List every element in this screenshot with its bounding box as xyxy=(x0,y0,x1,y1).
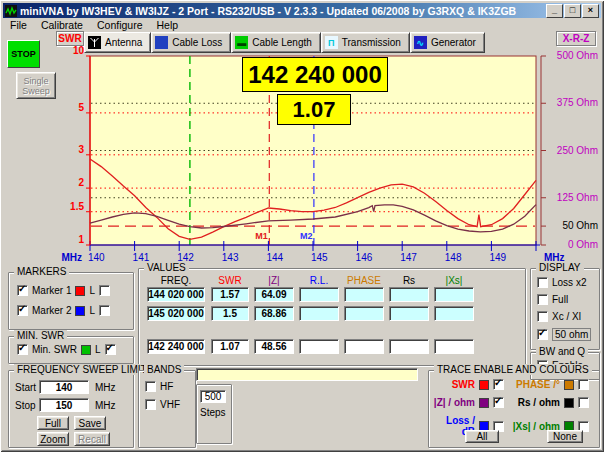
app-icon xyxy=(5,5,17,17)
col-phase: PHASE xyxy=(344,275,384,285)
svg-text:1: 1 xyxy=(78,234,84,245)
svg-text:140: 140 xyxy=(88,252,105,263)
svg-text:50 Ohm: 50 Ohm xyxy=(562,220,598,231)
svg-text:250 Ohm: 250 Ohm xyxy=(557,145,598,156)
marker2-checkbox[interactable] xyxy=(17,305,28,316)
phase-trace-swatch[interactable] xyxy=(564,380,574,390)
cursor-values-row: 142 240 000 1.07 48.56 xyxy=(139,339,525,354)
start-frequency-input[interactable]: 140 xyxy=(39,380,89,394)
start-label: Start xyxy=(15,382,36,393)
svg-text:125 Ohm: 125 Ohm xyxy=(557,192,598,203)
marker1-l-checkbox[interactable] xyxy=(99,285,110,296)
svg-text:2: 2 xyxy=(78,177,84,188)
trace-panel-title: TRACE ENABLE AND COLOURS xyxy=(434,364,592,375)
marker2-color-swatch[interactable] xyxy=(75,306,85,316)
col-swr: SWR xyxy=(211,275,249,285)
svg-text:5: 5 xyxy=(78,102,84,113)
values-panel: VALUES FREQ. SWR |Z| R.L. PHASE Rs |Xs| … xyxy=(138,268,526,366)
svg-text:M2: M2 xyxy=(300,231,313,241)
z-trace-swatch[interactable] xyxy=(479,398,489,408)
svg-text:147: 147 xyxy=(400,252,417,263)
menu-bar: File Calibrate Configure Help xyxy=(3,18,601,31)
cursor-frequency-readout: 142 240 000 xyxy=(242,57,388,92)
loss-x2-checkbox[interactable] xyxy=(537,277,548,288)
phase-trace-checkbox[interactable] xyxy=(578,379,589,390)
marker2-values-row: 145 020 000 1.5 68.86 xyxy=(139,306,525,321)
svg-text:144: 144 xyxy=(266,252,283,263)
ohm50-checkbox[interactable] xyxy=(537,329,548,340)
svg-text:143: 143 xyxy=(222,252,239,263)
swr-trace-swatch[interactable] xyxy=(479,380,489,390)
display-panel-title: DISPLAY xyxy=(536,262,584,273)
col-xs: |Xs| xyxy=(434,275,474,285)
z-trace-checkbox[interactable] xyxy=(493,397,504,408)
steps-label: Steps xyxy=(200,407,226,418)
marker1-label: Marker 1 xyxy=(32,285,71,296)
col-rl: R.L. xyxy=(299,275,339,285)
display-panel: DISPLAY Loss x2 Full Xc / Xl 50 ohm xyxy=(530,268,600,350)
window-title: miniVNA by IW3HEV & IW3IJZ - 2 Port - RS… xyxy=(20,5,545,17)
bands-panel-title: BANDS xyxy=(144,364,184,375)
zoom-button[interactable]: Zoom xyxy=(37,432,69,446)
svg-text:149: 149 xyxy=(489,252,506,263)
min-swr-label: Min. SWR xyxy=(32,344,77,355)
hf-checkbox[interactable] xyxy=(145,381,156,392)
menu-help[interactable]: Help xyxy=(149,19,185,31)
steps-panel: 500 Steps xyxy=(196,384,232,444)
save-button[interactable]: Save xyxy=(74,416,106,430)
min-swr-panel-title: MIN. SWR xyxy=(14,330,67,341)
marker2-label: Marker 2 xyxy=(32,305,71,316)
menu-file[interactable]: File xyxy=(3,19,34,31)
minimize-button[interactable]: _ xyxy=(546,4,563,18)
bw-q-panel-title: BW and Q xyxy=(536,346,588,357)
title-bar: miniVNA by IW3HEV & IW3IJZ - 2 Port - RS… xyxy=(3,3,601,18)
svg-text:500 Ohm: 500 Ohm xyxy=(557,50,598,61)
minivna-window: { "window": { "title": "miniVNA by IW3HE… xyxy=(0,0,604,452)
min-swr-panel: MIN. SWR Min. SWR L xyxy=(8,336,134,364)
min-swr-checkbox[interactable] xyxy=(17,344,28,355)
rs-trace-checkbox[interactable] xyxy=(578,397,589,408)
svg-text:375 Ohm: 375 Ohm xyxy=(557,97,598,108)
recall-button[interactable]: Recall xyxy=(74,432,110,446)
all-traces-button[interactable]: All xyxy=(465,430,499,443)
svg-text:10: 10 xyxy=(73,45,85,56)
markers-panel-title: MARKERS xyxy=(14,266,69,277)
marker1-checkbox[interactable] xyxy=(17,285,28,296)
stop-frequency-input[interactable]: 150 xyxy=(39,398,89,412)
sweep-limits-panel: FREQUENCY SWEEP LIMITS Start 140 MHz Sto… xyxy=(8,370,134,448)
svg-text:M1: M1 xyxy=(255,231,268,241)
trace-panel: TRACE ENABLE AND COLOURS SWR PHASE /° |Z… xyxy=(428,370,600,448)
col-z: |Z| xyxy=(254,275,294,285)
svg-text:MHz: MHz xyxy=(61,252,82,263)
markers-panel: MARKERS Marker 1 L Marker 2 L xyxy=(8,272,134,330)
none-traces-button[interactable]: None xyxy=(547,430,583,443)
maximize-button[interactable]: □ xyxy=(564,4,581,18)
marker1-color-swatch[interactable] xyxy=(75,286,85,296)
close-button[interactable]: × xyxy=(582,4,599,18)
sweep-limits-title: FREQUENCY SWEEP LIMITS xyxy=(14,364,156,375)
min-swr-color-swatch[interactable] xyxy=(81,345,91,355)
min-swr-l-checkbox[interactable] xyxy=(105,344,116,355)
values-panel-title: VALUES xyxy=(144,262,189,273)
svg-text:0 Ohm: 0 Ohm xyxy=(568,239,598,250)
svg-text:148: 148 xyxy=(445,252,462,263)
full-display-checkbox[interactable] xyxy=(537,294,548,305)
col-freq: FREQ. xyxy=(147,275,205,285)
menu-configure[interactable]: Configure xyxy=(90,19,150,31)
stop-label: Stop xyxy=(15,400,36,411)
full-button[interactable]: Full xyxy=(37,416,69,430)
swr-trace-checkbox[interactable] xyxy=(493,379,504,390)
xc-xl-checkbox[interactable] xyxy=(537,311,548,322)
cursor-swr-readout: 1.07 xyxy=(277,94,351,125)
svg-text:146: 146 xyxy=(356,252,373,263)
bands-panel: BANDS HF VHF xyxy=(138,370,196,448)
menu-calibrate[interactable]: Calibrate xyxy=(34,19,90,31)
marker2-l-checkbox[interactable] xyxy=(99,305,110,316)
svg-text:145: 145 xyxy=(311,252,328,263)
col-rs: Rs xyxy=(389,275,429,285)
message-field xyxy=(196,368,418,381)
svg-text:1.5: 1.5 xyxy=(70,201,84,212)
steps-input[interactable]: 500 xyxy=(200,390,226,403)
rs-trace-swatch[interactable] xyxy=(564,398,574,408)
vhf-checkbox[interactable] xyxy=(145,399,156,410)
